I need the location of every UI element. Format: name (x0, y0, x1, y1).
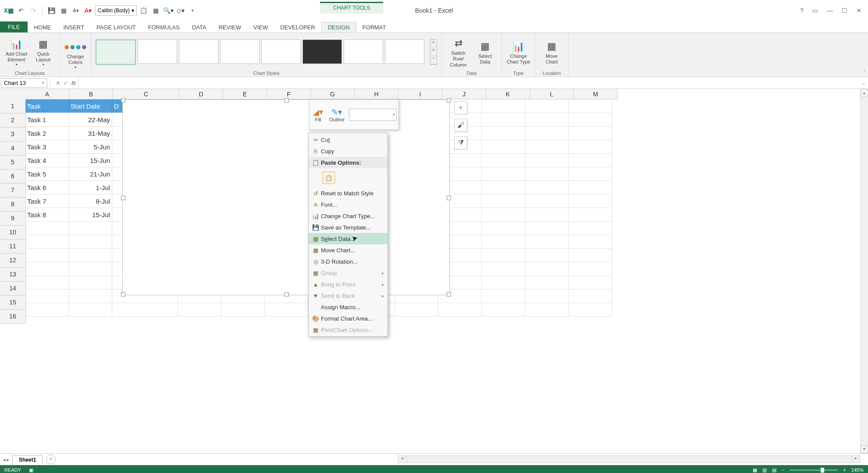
cell[interactable] (482, 113, 525, 127)
row-header-2[interactable]: 2 (0, 113, 26, 127)
quick-layout-button[interactable]: ▦ Quick Layout▾ (31, 37, 55, 67)
cell[interactable] (525, 181, 569, 194)
change-colors-button[interactable]: ●●●● Change Colors▾ (64, 40, 88, 70)
sheet-nav-next-icon[interactable]: ▸ (7, 456, 10, 463)
column-header-H[interactable]: H (355, 89, 398, 99)
name-box[interactable]: Chart 13 ▾ (1, 78, 47, 88)
cell[interactable] (525, 235, 569, 249)
ctx-assign-macro[interactable]: Assign Macro... (309, 301, 388, 313)
cell[interactable] (178, 303, 221, 317)
ctx-move-chart[interactable]: ▦Move Chart... (309, 244, 388, 256)
ctx-font[interactable]: AFont... (309, 199, 388, 210)
move-chart-button[interactable]: ▦ Move Chart (540, 39, 564, 65)
cell[interactable] (525, 249, 569, 262)
cell[interactable]: 8-Jul (69, 194, 112, 208)
cell[interactable] (221, 303, 265, 317)
chart-style-4[interactable] (220, 39, 260, 64)
chart-style-5[interactable] (261, 39, 301, 64)
tab-page-layout[interactable]: PAGE LAYOUT (90, 22, 142, 32)
cell[interactable] (482, 181, 525, 194)
cell[interactable] (525, 140, 569, 154)
cell[interactable] (482, 262, 525, 276)
ctx-format-chart-area[interactable]: 🎨Format Chart Area... (309, 313, 388, 324)
chart-style-8[interactable] (385, 39, 424, 64)
cell[interactable] (112, 303, 178, 317)
row-header-4[interactable]: 4 (0, 141, 26, 155)
ctx-select-data[interactable]: ▦Select Data... (309, 233, 388, 244)
view-page-layout-icon[interactable]: ▥ (762, 467, 767, 473)
cell[interactable]: Task 2 (25, 127, 69, 140)
cell[interactable] (569, 194, 612, 208)
cell[interactable] (525, 222, 569, 235)
tab-file[interactable]: FILE (0, 21, 28, 32)
macro-record-icon[interactable]: ▣ (29, 467, 33, 473)
cell[interactable] (525, 262, 569, 276)
ctx-reset-style[interactable]: ↺Reset to Match Style (309, 187, 388, 199)
column-header-I[interactable]: I (398, 89, 442, 99)
paste-icon[interactable]: 📋 (139, 5, 149, 16)
cell[interactable] (525, 154, 569, 167)
cell[interactable] (525, 113, 569, 127)
cell[interactable] (569, 235, 612, 249)
cell[interactable] (525, 194, 569, 208)
chart-style-2[interactable] (138, 39, 177, 64)
row-header-9[interactable]: 9 (0, 212, 26, 226)
tab-formulas[interactable]: FORMULAS (142, 22, 186, 32)
column-header-E[interactable]: E (223, 89, 267, 99)
ctx-cut[interactable]: ✂Cut (309, 134, 388, 145)
cell[interactable]: Start Date (69, 99, 112, 113)
cell[interactable] (395, 303, 438, 317)
chart-elements-button[interactable]: + (454, 101, 467, 114)
row-header-11[interactable]: 11 (0, 240, 26, 254)
cell[interactable] (569, 262, 612, 276)
cell[interactable] (569, 140, 612, 154)
cell[interactable] (569, 127, 612, 140)
tab-format[interactable]: FORMAT (356, 22, 392, 32)
cell[interactable] (569, 167, 612, 181)
cell[interactable] (69, 235, 112, 249)
cell[interactable] (482, 276, 525, 289)
cell[interactable] (525, 289, 569, 303)
cell[interactable] (69, 262, 112, 276)
row-header-5[interactable]: 5 (0, 155, 26, 169)
print-preview-icon[interactable]: ▦ (58, 5, 69, 16)
cell[interactable] (69, 222, 112, 235)
cell[interactable]: 15-Jun (69, 154, 112, 167)
row-header-16[interactable]: 16 (0, 310, 26, 324)
cell[interactable] (25, 235, 69, 249)
switch-row-column-button[interactable]: ⇄ Switch Row/ Column (446, 36, 470, 68)
tab-view[interactable]: VIEW (247, 22, 274, 32)
cell[interactable] (69, 276, 112, 289)
sheet-nav-prev-icon[interactable]: ◂ (3, 456, 6, 463)
cell[interactable] (482, 249, 525, 262)
cell[interactable] (525, 276, 569, 289)
row-header-14[interactable]: 14 (0, 282, 26, 296)
cell[interactable] (482, 167, 525, 181)
row-header-12[interactable]: 12 (0, 254, 26, 268)
column-header-K[interactable]: K (486, 89, 530, 99)
cell[interactable]: Task 6 (25, 181, 69, 194)
cell[interactable] (569, 303, 612, 317)
row-header-6[interactable]: 6 (0, 169, 26, 184)
cell[interactable] (569, 249, 612, 262)
cell[interactable] (569, 113, 612, 127)
ctx-save-template[interactable]: 💾Save as Template... (309, 222, 388, 233)
chart-styles-button[interactable]: 🖌 (454, 119, 467, 132)
select-data-button[interactable]: ▦ Select Data (473, 39, 497, 65)
row-header-1[interactable]: 1 (0, 99, 26, 113)
cell[interactable] (482, 289, 525, 303)
expand-formula-bar-icon[interactable]: ⌄ (859, 81, 868, 85)
cell[interactable] (265, 303, 308, 317)
cell[interactable] (25, 303, 69, 317)
cell[interactable]: 5-Jun (69, 140, 112, 154)
cell[interactable]: Task 7 (25, 194, 69, 208)
cell[interactable] (525, 99, 569, 113)
column-header-F[interactable]: F (267, 89, 311, 99)
maximize-icon[interactable]: ☐ (842, 7, 847, 14)
tab-design[interactable]: DESIGN (321, 22, 356, 32)
row-header-13[interactable]: 13 (0, 268, 26, 282)
cell[interactable] (482, 154, 525, 167)
cell[interactable] (482, 140, 525, 154)
row-header-7[interactable]: 7 (0, 184, 26, 198)
chart-styles-scroll[interactable]: ▴▾▿ (430, 39, 437, 65)
